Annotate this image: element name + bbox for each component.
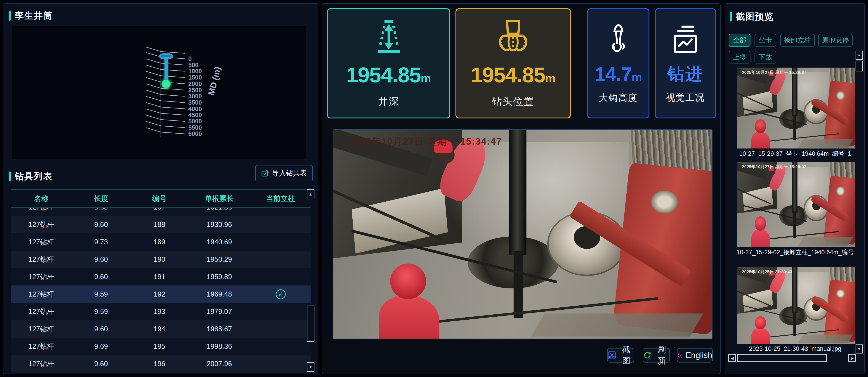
filter-button-4[interactable]: 原地悬停 [818, 34, 852, 46]
rig-scene-gauge [836, 186, 845, 196]
rig-scene-worker2 [751, 229, 770, 247]
screenshot-thumbnail[interactable]: 2025年10月25日 21:30:43 [737, 267, 855, 344]
depth-tick-label: 3000 [188, 93, 202, 100]
preview-scroll-right-button[interactable]: ▶ [848, 354, 856, 362]
well-depth-value: 1954.85m [346, 63, 431, 87]
scissors-icon [608, 351, 616, 360]
live-video-frame[interactable]: 2025年10月27日 星期一 15:34:47 [333, 129, 712, 339]
table-cell: 127钻杆 [11, 209, 71, 212]
visual-condition-label: 视觉工况 [666, 91, 705, 104]
filter-button-2[interactable]: 坐卡 [754, 34, 776, 46]
table-cell: 9.60 [71, 273, 131, 281]
current-stand-cell: ✓ [251, 289, 311, 299]
rig-scene-pipe2 [794, 312, 796, 336]
video-timestamp-overlay: 2025年10月27日 星期一 15:29:37 [742, 70, 806, 75]
filter-button-1[interactable]: 全部 [729, 34, 750, 46]
table-row[interactable]: 127钻杆9.591931979.07 [11, 303, 311, 320]
import-form-icon [261, 169, 269, 177]
table-row[interactable]: 127钻杆9.591921969.48✓ [11, 285, 311, 303]
preview-scroll-down-button[interactable]: ▼ [856, 344, 863, 353]
table-cell: 1969.48 [188, 290, 251, 299]
table-row[interactable]: 127钻杆9.731891940.69 [11, 233, 311, 251]
table-cell: 9.73 [71, 238, 131, 246]
table-cell: 9.59 [71, 290, 131, 299]
rig-scene-gauge [836, 91, 845, 100]
refresh-button[interactable]: 刷新 [643, 348, 670, 363]
rig-scene-worker2 [751, 131, 770, 149]
title-accent-bar [730, 12, 732, 22]
screenshot-button[interactable]: 截图 [607, 348, 634, 363]
table-scroll-down-button[interactable]: ▼ [307, 362, 314, 372]
table-row[interactable]: 127钻杆9.601941988.67 [11, 320, 311, 338]
table-cell: 193 [131, 308, 188, 316]
preview-scroll-up-button[interactable]: ▲ [856, 51, 863, 60]
bit-position-label: 钻头位置 [492, 95, 534, 108]
table-cell: 1921.36 [188, 209, 251, 211]
table-cell: 127钻杆 [11, 324, 71, 334]
table-cell: 196 [131, 360, 188, 368]
table-cell: 127钻杆 [11, 289, 71, 299]
screenshot-thumbnail[interactable]: 2025年10月27日 星期一 15:29:02 [737, 162, 855, 247]
visual-condition-card: 钻进 视觉工况 [655, 8, 716, 119]
hook-icon [601, 23, 636, 57]
rig-scene-helmet2 [755, 216, 766, 231]
rig-scene-pipe2 [794, 211, 796, 238]
language-toggle-button[interactable]: A 文 English [677, 348, 713, 363]
preview-scrollbar-thumb[interactable] [856, 61, 863, 71]
table-cell: 9.60 [71, 221, 131, 229]
filter-button-6[interactable]: 下放 [754, 51, 776, 64]
translate-icon: A 文 [677, 351, 683, 360]
filter-button-3[interactable]: 接卸立柱 [780, 34, 815, 46]
table-row[interactable]: 127钻杆9.601871921.36 [11, 209, 311, 216]
table-cell: 9.69 [71, 342, 131, 351]
table-cell: 127钻杆 [11, 220, 71, 229]
refresh-icon [643, 351, 651, 360]
status-report-icon [669, 23, 702, 57]
twin-wellbore-panel: 孪生井筒 05001000150020002500300035004000450… [3, 3, 318, 374]
twin-wellbore-title-text: 孪生井筒 [15, 9, 53, 22]
depth-tick-label: 5500 [188, 124, 202, 131]
screenshot-thumbnail[interactable]: 2025年10月27日 星期一 15:29:37 [737, 68, 855, 149]
depth-tick-label: 4000 [188, 105, 202, 112]
table-scrollbar-thumb[interactable] [307, 306, 314, 342]
table-cell: 9.60 [71, 209, 131, 211]
table-row[interactable]: 127钻杆9.601911959.89 [11, 268, 311, 285]
table-cell: 1930.96 [188, 221, 251, 229]
table-cell: 127钻杆 [11, 359, 71, 369]
well-depth-icon [370, 19, 408, 55]
wellbore-3d-view[interactable]: 0500100015002000250030003500400045005000… [12, 26, 306, 159]
table-cell: 9.60 [71, 255, 131, 263]
bit-position-value: 1954.85m [471, 63, 556, 87]
table-row[interactable]: 127钻杆9.601901950.29 [11, 251, 311, 268]
table-cell: 192 [131, 290, 188, 299]
visual-condition-value: 钻进 [667, 63, 704, 86]
depth-gridline [146, 121, 185, 128]
hook-height-card: 14.7m 大钩高度 [587, 8, 649, 119]
table-scroll-up-button[interactable]: ▲ [307, 189, 314, 199]
table-cell: 127钻杆 [11, 255, 71, 264]
hook-height-value: 14.7m [595, 63, 642, 86]
screenshot-image: 2025年10月27日 星期一 15:29:02 [737, 162, 855, 247]
depth-tick-label: 0 [188, 55, 192, 62]
table-row[interactable]: 127钻杆9.601962007.96 [11, 355, 311, 373]
table-cell: 127钻杆 [11, 307, 71, 316]
depth-gridline [146, 90, 185, 96]
wellbore-3d-svg: 0500100015002000250030003500400045005000… [12, 26, 306, 159]
import-button-label: 导入钻具表 [272, 168, 307, 178]
preview-scroll-left-button[interactable]: ◀ [728, 354, 736, 362]
table-row[interactable]: 127钻杆9.601881930.96 [11, 216, 311, 233]
drill-tools-table: 名称长度编号单根累长当前立柱 127钻杆9.601871921.36127钻杆9… [11, 189, 311, 374]
import-drill-table-button[interactable]: 导入钻具表 [255, 165, 313, 181]
table-cell: 195 [131, 342, 188, 351]
table-cell: 1998.36 [188, 342, 251, 351]
preview-hscrollbar-thumb[interactable] [737, 354, 827, 362]
table-row[interactable]: 127钻杆9.691951998.36 [11, 338, 311, 355]
screenshot-image: 2025年10月27日 星期一 15:29:37 [737, 68, 855, 149]
rig-scene-pipe [792, 267, 798, 313]
well-depth-label: 井深 [378, 95, 399, 108]
table-body[interactable]: 127钻杆9.601871921.36127钻杆9.601881930.9612… [11, 209, 311, 374]
filter-button-5[interactable]: 上提 [729, 51, 750, 64]
table-cell: 190 [131, 255, 188, 263]
table-cell: 1979.07 [188, 308, 251, 316]
table-cell: 127钻杆 [11, 237, 71, 247]
